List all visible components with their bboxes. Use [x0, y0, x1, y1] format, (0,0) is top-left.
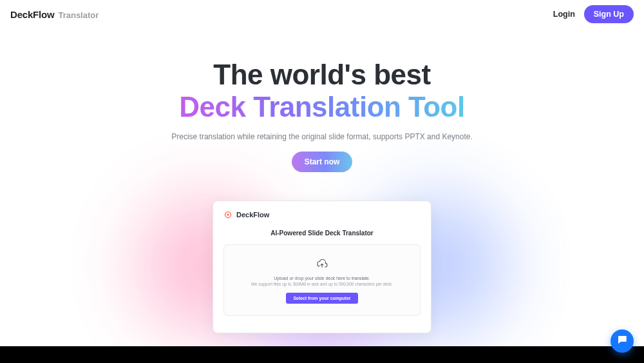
preview-card-header: DeckFlow	[223, 210, 421, 219]
dropzone-text-secondary: We support files up to 300MB in size and…	[234, 282, 410, 286]
svg-point-1	[227, 213, 229, 215]
upload-cloud-icon	[316, 259, 328, 270]
dropzone-text-primary: Upload or drop your slide deck here to t…	[234, 276, 410, 280]
deckflow-mark-icon	[223, 210, 232, 219]
brand-logo-sub: Translator	[58, 10, 99, 20]
preview-title: AI-Powered Slide Deck Translator	[223, 230, 421, 237]
preview-brand-text: DeckFlow	[236, 211, 269, 219]
hero-subtitle: Precise translation while retaining the …	[0, 132, 644, 141]
chat-bubble-icon	[616, 334, 628, 348]
brand-logo[interactable]: DeckFlow Translator	[10, 9, 99, 20]
brand-logo-main: DeckFlow	[10, 9, 54, 20]
signup-button[interactable]: Sign Up	[584, 5, 634, 23]
site-header: DeckFlow Translator Login Sign Up	[0, 0, 644, 28]
upload-dropzone[interactable]: Upload or drop your slide deck here to t…	[223, 244, 421, 316]
hero-section: The world's best Deck Translation Tool P…	[0, 28, 644, 172]
chat-launcher-button[interactable]	[611, 329, 634, 353]
start-now-button[interactable]: Start now	[292, 152, 353, 172]
hero-title-line2: Deck Translation Tool	[179, 92, 464, 123]
header-actions: Login Sign Up	[553, 5, 634, 23]
hero-title-line1: The world's best	[0, 59, 644, 90]
login-link[interactable]: Login	[553, 10, 575, 19]
footer-strip	[0, 346, 644, 363]
select-file-button[interactable]: Select from your computer	[286, 293, 357, 304]
app-preview: DeckFlow AI-Powered Slide Deck Translato…	[0, 201, 644, 333]
preview-card: DeckFlow AI-Powered Slide Deck Translato…	[213, 201, 431, 333]
